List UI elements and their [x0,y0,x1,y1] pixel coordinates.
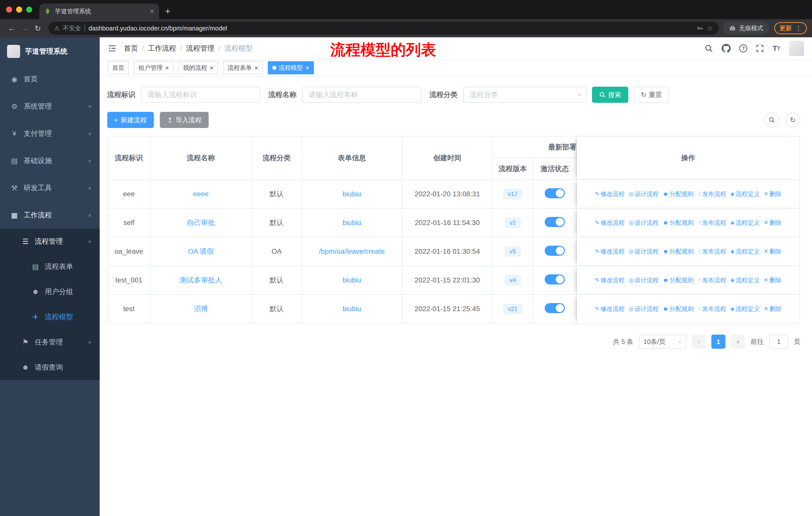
delete-action-link[interactable]: ✕删除 [764,247,781,255]
app-logo[interactable]: 芋道管理系统 [0,37,100,65]
assign-action-link[interactable]: ☻分配规则 [663,247,694,255]
active-toggle[interactable] [545,246,565,256]
definition-action-link[interactable]: ◈流程定义 [730,219,760,227]
process-name-link[interactable]: eeee [193,190,209,198]
edit-action-link[interactable]: ✎修改流程 [595,276,625,284]
assign-action-link[interactable]: ☻分配规则 [663,219,694,227]
sidebar-item-infrastructure[interactable]: ▤ 基础设施 ∨ [0,147,100,174]
design-action-link[interactable]: ◎设计流程 [629,219,659,227]
font-size-icon[interactable]: TT [773,44,780,53]
close-icon[interactable]: × [306,64,309,72]
tag-item[interactable]: 我的流程 × [178,61,218,74]
publish-action-link[interactable]: ☝发布流程 [698,190,726,198]
forward-button[interactable]: → [18,22,31,35]
search-icon[interactable] [704,44,713,53]
process-id-input[interactable] [141,87,260,103]
sidebar-item-form[interactable]: ▤ 流程表单 [0,254,100,279]
update-button[interactable]: 更新 ⋮ [774,22,807,34]
create-process-button[interactable]: + 新建流程 [107,112,154,128]
sidebar-item-process-management[interactable]: ☰ 流程管理 ∧ [0,229,100,254]
tag-item[interactable]: 首页 [108,61,129,74]
design-action-link[interactable]: ◎设计流程 [629,305,659,313]
version-badge[interactable]: v4 [505,275,520,285]
breadcrumb-home[interactable]: 首页 [124,44,138,53]
edit-action-link[interactable]: ✎修改流程 [595,190,625,198]
bookmark-star-icon[interactable]: ☆ [707,24,713,32]
form-info-link[interactable]: biubiu [343,305,361,313]
delete-action-link[interactable]: ✕删除 [764,305,781,313]
url-text[interactable]: dashboard.yudao.iocoder.cn/bpm/manager/m… [89,25,693,32]
address-bar[interactable]: ⚠ 不安全 dashboard.yudao.iocoder.cn/bpm/man… [48,22,719,35]
tag-item[interactable]: 流程表单 × [223,61,263,74]
version-badge[interactable]: v17 [503,189,522,199]
back-button[interactable]: ← [5,22,18,35]
breadcrumb-process-management[interactable]: 流程管理 [186,44,214,53]
design-action-link[interactable]: ◎设计流程 [629,247,659,255]
assign-action-link[interactable]: ☻分配规则 [663,276,694,284]
browser-menu-kebab-icon[interactable]: ⋮ [795,24,802,32]
definition-action-link[interactable]: ◈流程定义 [730,190,760,198]
zoom-window-button[interactable] [26,6,32,12]
close-icon[interactable]: × [165,64,169,72]
goto-page-input[interactable] [769,334,788,349]
user-avatar[interactable] [789,41,804,56]
definition-action-link[interactable]: ◈流程定义 [730,305,760,313]
search-button[interactable]: 搜索 [592,87,628,103]
sidebar-item-task[interactable]: ⚑ 任务管理 ∨ [0,330,100,355]
process-name-input[interactable] [302,87,422,103]
active-toggle[interactable] [545,188,565,198]
reset-button[interactable]: ↻ 重置 [634,87,669,103]
delete-action-link[interactable]: ✕删除 [764,219,781,227]
sidebar-item-devtools[interactable]: ⚒ 研发工具 ∨ [0,174,100,201]
definition-action-link[interactable]: ◈流程定义 [730,276,760,284]
sidebar-item-process-model[interactable]: ✈ 流程模型 [0,304,100,330]
form-info-link[interactable]: biubiu [343,276,361,284]
design-action-link[interactable]: ◎设计流程 [629,190,659,198]
publish-action-link[interactable]: ☝发布流程 [698,219,726,227]
tag-item[interactable]: 租户管理 × [134,61,173,74]
help-icon[interactable]: ? [739,44,747,52]
process-name-link[interactable]: 滔博 [194,305,208,313]
active-toggle[interactable] [545,274,565,284]
active-toggle[interactable] [545,303,565,313]
import-process-button[interactable]: 导入流程 [160,112,209,128]
sidebar-item-workflow[interactable]: ▦ 工作流程 ∧ [0,201,100,229]
edit-action-link[interactable]: ✎修改流程 [595,247,625,255]
toggle-search-button[interactable] [764,112,779,128]
active-toggle[interactable] [545,217,565,227]
key-icon[interactable] [696,25,703,32]
close-icon[interactable]: × [254,64,258,72]
version-badge[interactable]: v2 [505,218,520,228]
edit-action-link[interactable]: ✎修改流程 [595,219,625,227]
sidebar-item-leave[interactable]: ☻ 请假查询 [0,355,100,380]
form-info-link[interactable]: biubiu [343,190,361,198]
close-icon[interactable]: × [210,64,213,72]
sidebar-item-dashboard[interactable]: ◉ 首页 [0,65,100,93]
process-category-select[interactable]: ∨ [463,87,586,103]
fullscreen-icon[interactable] [756,44,764,52]
new-tab-button[interactable]: + [159,6,176,19]
page-size-select[interactable]: 10条/页 ∨ [639,334,686,349]
sidebar-item-payment[interactable]: ¥ 支付管理 ∨ [0,120,100,147]
form-info-link[interactable]: /bpm/oa/leave/create [319,247,385,255]
prev-page-button[interactable]: ‹ [692,334,706,349]
assign-action-link[interactable]: ☻分配规则 [663,190,694,198]
process-name-link[interactable]: OA 请假 [188,247,214,255]
publish-action-link[interactable]: ☝发布流程 [698,247,726,255]
assign-action-link[interactable]: ☻分配规则 [663,305,694,313]
breadcrumb-workflow[interactable]: 工作流程 [148,44,176,53]
tab-close-icon[interactable]: × [150,7,154,16]
refresh-table-button[interactable]: ↻ [785,112,801,128]
publish-action-link[interactable]: ☝发布流程 [698,276,726,284]
tag-item[interactable]: 流程模型 × [268,61,314,74]
sidebar-item-gear[interactable]: ⚙ 系统管理 ∨ [0,93,100,120]
sidebar-item-user-group[interactable]: ☻ 用户分组 [0,279,100,304]
process-name-link[interactable]: 自己审批 [187,219,215,226]
process-name-link[interactable]: 测试多审批人 [180,276,222,284]
security-label[interactable]: 不安全 [63,24,81,32]
sidebar-collapse-icon[interactable] [108,44,117,53]
form-info-link[interactable]: biubiu [343,219,361,226]
page-1-button[interactable]: 1 [711,334,725,349]
next-page-button[interactable]: › [731,334,745,349]
version-badge[interactable]: v5 [505,246,520,256]
